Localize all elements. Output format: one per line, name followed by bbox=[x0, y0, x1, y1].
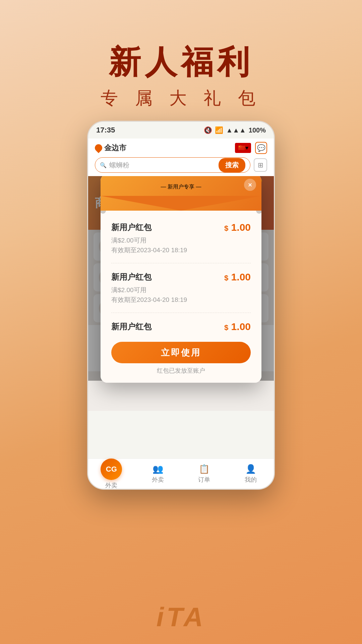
city-name: 金边市 bbox=[104, 143, 126, 153]
coupon-1-currency: $ bbox=[224, 224, 228, 232]
coupon-item-1-row: 新用户红包 $ 1.00 bbox=[111, 222, 251, 233]
envelope-flap-svg bbox=[101, 196, 261, 211]
coupon-3-value: $ 1.00 bbox=[224, 321, 251, 332]
wifi-icon: 📶 bbox=[215, 126, 223, 134]
coupon-item-1: 新用户红包 $ 1.00 满$2.00可用 有效期至2023-04-20 18:… bbox=[111, 214, 251, 263]
flag-button[interactable]: 🇨🇳▾ bbox=[235, 143, 251, 153]
search-icon: 🔍 bbox=[100, 162, 107, 168]
nav-group-label: 外卖 bbox=[152, 476, 164, 484]
coupon-item-2-row: 新用户红包 $ 1.00 bbox=[111, 271, 251, 283]
bottom-nav: CG 外卖 👥 外卖 📋 订单 👤 我的 bbox=[88, 459, 274, 489]
svg-marker-0 bbox=[101, 196, 261, 211]
coupon-item-3-row: 新用户红包 $ 1.00 bbox=[111, 321, 251, 332]
nav-order-label: 订单 bbox=[198, 476, 210, 484]
nav-order[interactable]: 📋 订单 bbox=[181, 464, 228, 484]
ita-text: iTA bbox=[157, 602, 206, 633]
location-area[interactable]: 金边市 bbox=[95, 143, 126, 153]
nav-home-label: 外卖 bbox=[105, 481, 117, 489]
coupon-1-amount: 1.00 bbox=[231, 222, 251, 233]
coupon-item-2: 新用户红包 $ 1.00 满$2.00可用 有效期至2023-04-20 18:… bbox=[111, 263, 251, 313]
coupon-item-3: 新用户红包 $ 1.00 bbox=[111, 313, 251, 335]
order-icon: 📋 bbox=[199, 464, 209, 474]
coupon-3-name: 新用户红包 bbox=[111, 321, 152, 332]
coupon-3-currency: $ bbox=[224, 323, 228, 332]
location-row: 金边市 🇨🇳▾ 💬 bbox=[95, 142, 267, 154]
location-pin-icon bbox=[93, 143, 104, 153]
search-row: 🔍 螺蛳粉 搜索 ⊞ bbox=[95, 157, 267, 173]
mute-icon: 🔇 bbox=[204, 126, 212, 134]
main-title: 新人福利 bbox=[109, 44, 253, 80]
coupon-2-expiry: 有效期至2023-04-20 18:19 bbox=[111, 295, 251, 305]
group-icon: 👥 bbox=[153, 464, 163, 474]
coupon-body: 新用户红包 $ 1.00 满$2.00可用 有效期至2023-04-20 18:… bbox=[101, 214, 261, 342]
status-time: 17:35 bbox=[96, 126, 115, 135]
cta-note: 红包已发放至账户 bbox=[111, 367, 251, 377]
nav-group[interactable]: 👥 外卖 bbox=[135, 464, 181, 484]
coupon-title: — 新用户专享 — bbox=[161, 183, 201, 191]
coupon-1-value: $ 1.00 bbox=[224, 222, 251, 233]
scan-icon[interactable]: ⊞ bbox=[254, 158, 267, 172]
coupon-2-name: 新用户红包 bbox=[111, 272, 152, 282]
cta-area: 立即使用 红包已发放至账户 bbox=[101, 342, 261, 383]
header-actions: 🇨🇳▾ 💬 bbox=[235, 142, 267, 154]
modal-overlay: × — 新用户专享 — bbox=[88, 176, 274, 381]
chat-icon[interactable]: 💬 bbox=[255, 142, 267, 154]
use-now-button[interactable]: 立即使用 bbox=[111, 342, 251, 363]
coupon-1-desc: 满$2.00可用 有效期至2023-04-20 18:19 bbox=[111, 236, 251, 255]
battery-level: 100% bbox=[249, 126, 266, 134]
status-icons: 🔇 📶 ▲▲▲ 100% bbox=[204, 126, 266, 134]
coupon-1-condition: 满$2.00可用 bbox=[111, 236, 251, 246]
search-placeholder: 螺蛳粉 bbox=[109, 161, 129, 170]
coupon-2-desc: 满$2.00可用 有效期至2023-04-20 18:19 bbox=[111, 285, 251, 305]
coupon-notch-row bbox=[101, 211, 261, 214]
profile-icon: 👤 bbox=[245, 464, 256, 474]
page-bottom: iTA bbox=[0, 590, 362, 644]
coupon-2-value: $ 1.00 bbox=[224, 271, 251, 283]
coupon-header: — 新用户专享 — bbox=[101, 176, 261, 211]
phone-mockup: 17:35 🔇 📶 ▲▲▲ 100% 金边市 🇨🇳▾ 💬 🔍 螺蛳粉 bbox=[87, 121, 275, 490]
status-bar: 17:35 🔇 📶 ▲▲▲ 100% bbox=[88, 122, 274, 139]
nav-profile-label: 我的 bbox=[245, 476, 257, 484]
coupon-title-row: — 新用户专享 — bbox=[111, 183, 251, 191]
coupon-1-expiry: 有效期至2023-04-20 18:19 bbox=[111, 246, 251, 255]
nav-profile[interactable]: 👤 我的 bbox=[228, 464, 274, 484]
app-content: 商超百货 🥫🧃 📺 电子 🧴 生活 🍵 生活 ✈️ 特价机票 ⚡ 同城闪送 bbox=[88, 176, 274, 411]
left-notch bbox=[101, 211, 106, 214]
coupon-3-amount: 1.00 bbox=[231, 321, 251, 332]
coupon-2-condition: 满$2.00可用 bbox=[111, 285, 251, 295]
hero-section: 新人福利 专 属 大 礼 包 bbox=[0, 0, 362, 134]
search-box[interactable]: 🔍 螺蛳粉 搜索 bbox=[95, 157, 250, 173]
home-nav-icon: CG bbox=[101, 459, 122, 480]
nav-home[interactable]: CG 外卖 bbox=[88, 459, 135, 489]
app-header: 金边市 🇨🇳▾ 💬 🔍 螺蛳粉 搜索 ⊞ bbox=[88, 139, 274, 176]
coupon-modal: × — 新用户专享 — bbox=[101, 176, 261, 383]
coupon-2-amount: 1.00 bbox=[231, 271, 251, 282]
signal-icon: ▲▲▲ bbox=[226, 126, 246, 134]
search-button[interactable]: 搜索 bbox=[219, 158, 245, 172]
coupon-1-name: 新用户红包 bbox=[111, 222, 152, 233]
right-notch bbox=[256, 211, 261, 214]
coupon-2-currency: $ bbox=[224, 274, 228, 282]
sub-title: 专 属 大 礼 包 bbox=[101, 87, 261, 110]
modal-close-button[interactable]: × bbox=[244, 179, 256, 191]
